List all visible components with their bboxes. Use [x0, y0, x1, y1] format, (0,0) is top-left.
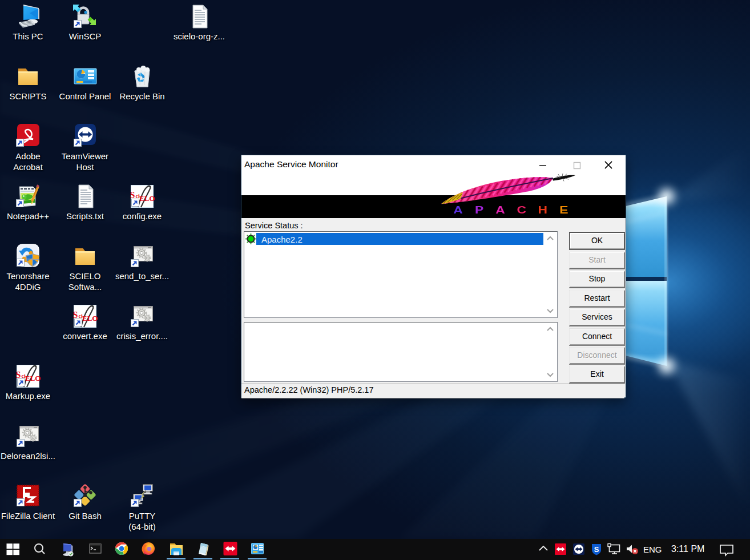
svg-text:S: S [16, 370, 21, 380]
svg-text:S: S [73, 310, 78, 320]
svg-text:S: S [594, 545, 599, 554]
svg-text:S: S [130, 190, 135, 200]
svg-text:ELO: ELO [139, 194, 155, 203]
svg-text:ELO: ELO [25, 374, 41, 382]
svg-text:ELO: ELO [82, 314, 98, 323]
